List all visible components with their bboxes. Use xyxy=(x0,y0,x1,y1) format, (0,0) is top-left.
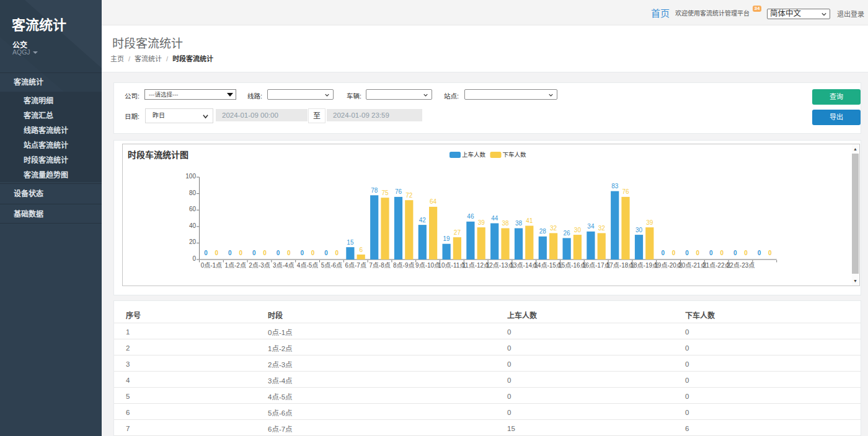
svg-text:1点-2点: 1点-2点 xyxy=(224,262,246,269)
svg-text:0: 0 xyxy=(720,250,724,256)
svg-text:19: 19 xyxy=(443,235,451,242)
svg-text:5点-6点: 5点-6点 xyxy=(321,262,342,269)
svg-text:0点-1点: 0点-1点 xyxy=(201,262,222,269)
svg-text:0: 0 xyxy=(301,250,304,256)
svg-text:时段车流统计图: 时段车流统计图 xyxy=(128,150,188,160)
svg-text:0: 0 xyxy=(744,250,748,256)
svg-text:26: 26 xyxy=(564,230,571,237)
svg-text:3点-4点: 3点-4点 xyxy=(273,262,294,269)
svg-text:38: 38 xyxy=(515,220,523,227)
svg-text:0: 0 xyxy=(239,250,242,256)
svg-text:0: 0 xyxy=(324,250,328,256)
svg-text:0: 0 xyxy=(672,250,676,256)
svg-text:75: 75 xyxy=(381,190,389,196)
svg-text:39: 39 xyxy=(478,219,485,226)
svg-text:0: 0 xyxy=(696,250,700,256)
svg-text:76: 76 xyxy=(622,188,629,195)
svg-text:32: 32 xyxy=(598,225,606,232)
svg-text:80: 80 xyxy=(189,190,197,196)
svg-text:22点-23点: 22点-23点 xyxy=(727,262,755,269)
svg-text:0: 0 xyxy=(204,250,208,256)
svg-text:0: 0 xyxy=(277,250,280,256)
svg-text:下车人数: 下车人数 xyxy=(503,151,527,158)
svg-text:0: 0 xyxy=(228,250,232,256)
svg-text:0: 0 xyxy=(733,250,737,256)
svg-text:0: 0 xyxy=(263,250,267,256)
svg-text:38: 38 xyxy=(502,220,509,227)
svg-text:0: 0 xyxy=(192,255,196,262)
svg-text:44: 44 xyxy=(491,215,498,222)
svg-text:76: 76 xyxy=(395,188,402,195)
svg-text:8点-9点: 8点-9点 xyxy=(393,262,414,269)
svg-text:0: 0 xyxy=(758,250,761,256)
svg-text:9点-10点: 9点-10点 xyxy=(415,262,440,269)
svg-text:2点-3点: 2点-3点 xyxy=(249,262,270,269)
svg-text:34: 34 xyxy=(587,223,595,230)
svg-text:64: 64 xyxy=(430,198,437,205)
svg-text:39: 39 xyxy=(646,219,653,226)
svg-text:6: 6 xyxy=(359,246,363,253)
svg-text:0: 0 xyxy=(662,250,665,256)
svg-text:上车人数: 上车人数 xyxy=(462,151,486,158)
svg-text:42: 42 xyxy=(419,217,427,224)
svg-text:0: 0 xyxy=(311,250,315,256)
svg-text:0: 0 xyxy=(709,250,713,256)
svg-text:78: 78 xyxy=(371,187,378,194)
svg-text:0: 0 xyxy=(768,250,772,256)
svg-text:6点-7点: 6点-7点 xyxy=(345,262,366,269)
svg-text:27: 27 xyxy=(454,229,461,236)
svg-text:46: 46 xyxy=(467,213,474,220)
svg-text:0: 0 xyxy=(335,250,339,256)
svg-text:28: 28 xyxy=(539,228,547,235)
svg-text:0: 0 xyxy=(252,250,256,256)
svg-text:0: 0 xyxy=(685,250,689,256)
svg-text:72: 72 xyxy=(405,192,413,199)
svg-text:30: 30 xyxy=(636,227,643,233)
svg-text:4点-5点: 4点-5点 xyxy=(297,262,318,269)
svg-text:40: 40 xyxy=(189,222,197,229)
svg-text:100: 100 xyxy=(185,173,196,180)
svg-text:0: 0 xyxy=(287,250,291,256)
svg-text:30: 30 xyxy=(574,227,582,233)
svg-text:83: 83 xyxy=(611,183,619,190)
svg-text:60: 60 xyxy=(189,206,197,212)
svg-text:0: 0 xyxy=(215,250,219,256)
svg-text:41: 41 xyxy=(526,217,533,224)
svg-text:15: 15 xyxy=(347,239,354,246)
svg-text:32: 32 xyxy=(550,225,557,232)
svg-text:20: 20 xyxy=(189,238,197,245)
svg-text:7点-8点: 7点-8点 xyxy=(369,262,390,269)
